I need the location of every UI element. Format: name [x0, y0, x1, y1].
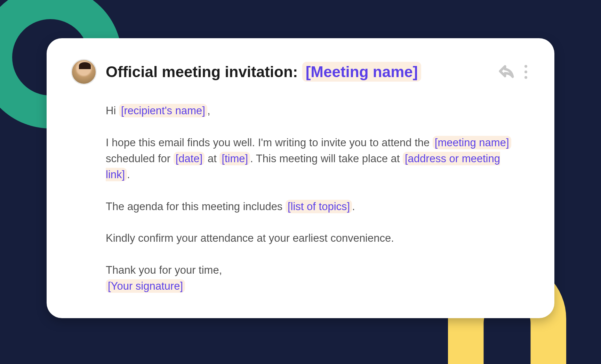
email-body: Hi [recipient's name], I hope this email… [71, 103, 527, 294]
p1-text-b: scheduled for [106, 152, 174, 165]
p2-text-a: The agenda for this meeting includes [106, 200, 286, 213]
reply-icon[interactable] [498, 63, 515, 81]
p1-text-d: . This meeting will take place at [250, 152, 403, 165]
subject-prefix: Official meeting invitation: [106, 63, 302, 80]
paragraph-4: Thank you for your time, [Your signature… [106, 262, 520, 294]
p1-text-c: at [205, 152, 219, 165]
closing-line: Thank you for your time, [106, 264, 222, 276]
greeting-prefix: Hi [106, 105, 119, 117]
email-subject: Official meeting invitation: [Meeting na… [106, 63, 482, 81]
time-placeholder: [time] [219, 152, 250, 165]
email-card: Official meeting invitation: [Meeting na… [47, 38, 554, 318]
signature-placeholder: [Your signature] [106, 279, 185, 293]
paragraph-1: I hope this email finds you well. I'm wr… [106, 135, 520, 183]
date-placeholder: [date] [174, 152, 205, 165]
topics-placeholder: [list of topics] [286, 200, 352, 213]
subject-placeholder: [Meeting name] [302, 62, 422, 82]
email-actions [498, 63, 527, 81]
more-icon[interactable] [524, 65, 527, 79]
sender-avatar [71, 59, 97, 85]
recipient-name-placeholder: [recipient's name] [119, 104, 207, 117]
paragraph-2: The agenda for this meeting includes [li… [106, 199, 520, 215]
greeting-line: Hi [recipient's name], [106, 103, 520, 119]
p2-text-b: . [352, 200, 355, 213]
p1-text-e: . [127, 168, 130, 181]
greeting-suffix: , [207, 105, 210, 117]
paragraph-3: Kindly confirm your attendance at your e… [106, 230, 520, 246]
email-header: Official meeting invitation: [Meeting na… [71, 59, 527, 85]
meeting-name-placeholder: [meeting name] [433, 136, 511, 149]
p1-text-a: I hope this email finds you well. I'm wr… [106, 136, 433, 149]
